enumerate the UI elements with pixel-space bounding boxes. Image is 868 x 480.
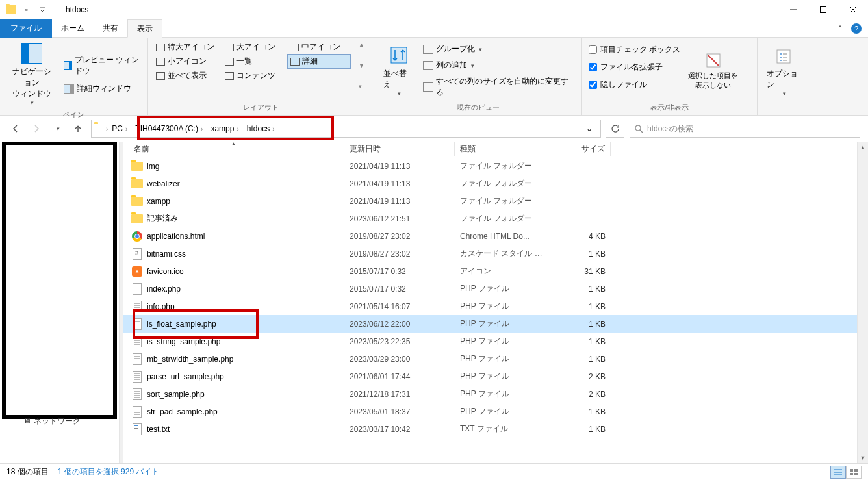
recent-locations-button[interactable]: ▾ xyxy=(49,121,65,136)
file-row[interactable]: sort_sample.php2021/12/18 17:31PHP ファイル2… xyxy=(123,385,857,403)
file-row[interactable]: index.php2015/07/17 0:32PHP ファイル1 KB xyxy=(123,280,857,297)
tab-home[interactable]: ホーム xyxy=(52,19,94,38)
file-row[interactable]: xampp2021/04/19 11:13ファイル フォルダー xyxy=(123,192,857,210)
file-size xyxy=(552,165,611,168)
minimize-button[interactable] xyxy=(778,0,808,19)
scrollbar[interactable]: ▲ ▼ xyxy=(857,142,868,463)
add-columns-button[interactable]: 列の追加▾ xyxy=(420,58,576,72)
preview-pane-button[interactable]: プレビュー ウィンドウ xyxy=(61,53,142,78)
collapse-ribbon-icon[interactable]: ⌃ xyxy=(837,24,843,33)
column-header-date[interactable]: 更新日時 xyxy=(344,142,455,156)
file-size: 1 KB xyxy=(552,406,611,418)
file-name: 記事済み xyxy=(147,213,178,224)
navigation-pane-button[interactable]: ナビゲーション ウィンドウ ▾ xyxy=(5,40,58,108)
layout-medium[interactable]: 中アイコン xyxy=(287,40,351,54)
file-row[interactable]: is_float_sample.php2023/06/12 22:00PHP フ… xyxy=(123,315,857,333)
column-header-type[interactable]: 種類 xyxy=(455,142,552,156)
layout-tiles[interactable]: 並べて表示 xyxy=(153,69,221,82)
file-row[interactable]: is_string_sample.php2023/05/23 22:35PHP … xyxy=(123,333,857,350)
file-type: PHP ファイル xyxy=(455,405,552,418)
close-button[interactable] xyxy=(838,0,868,19)
layout-small[interactable]: 小アイコン xyxy=(153,54,221,69)
thumbnails-view-toggle[interactable] xyxy=(846,466,862,479)
back-button[interactable] xyxy=(8,121,23,136)
layout-scroll-up[interactable]: ▲ xyxy=(359,42,364,48)
tree-item-network[interactable]: 🖥ネットワーク xyxy=(23,416,81,427)
search-input[interactable]: htdocsの検索 xyxy=(630,120,860,138)
file-extensions-toggle[interactable]: ファイル名拡張子 xyxy=(587,60,682,74)
up-button[interactable] xyxy=(70,121,86,136)
details-view-toggle[interactable] xyxy=(830,466,846,479)
maximize-button[interactable] xyxy=(808,0,838,19)
file-type: ファイル フォルダー xyxy=(455,212,552,225)
svg-line-15 xyxy=(640,130,643,133)
tiles-icon xyxy=(156,72,165,80)
file-row[interactable]: test.txt2023/03/17 10:42TXT ファイル1 KB xyxy=(123,420,857,438)
file-type: Chrome HTML Do... xyxy=(455,231,552,242)
file-size: 1 KB xyxy=(552,336,611,347)
file-row[interactable]: applications.html2019/08/27 23:02Chrome … xyxy=(123,227,857,245)
file-name: index.php xyxy=(147,284,181,294)
layout-more-icon[interactable]: ▾ xyxy=(359,83,364,90)
options-button[interactable]: オプション ▾ xyxy=(763,40,804,103)
help-icon[interactable]: ? xyxy=(851,23,862,34)
details-pane-icon xyxy=(64,84,74,94)
file-row[interactable]: bitnami.css2019/08/27 23:02カスケード スタイル シ.… xyxy=(123,245,857,262)
forward-button[interactable] xyxy=(29,121,44,136)
layout-large[interactable]: 大アイコン xyxy=(222,40,286,54)
file-row[interactable]: 記事済み2023/06/12 21:51ファイル フォルダー xyxy=(123,210,857,227)
breadcrumb-htdocs[interactable]: htdocs› xyxy=(243,120,279,137)
file-row[interactable]: img2021/04/19 11:13ファイル フォルダー xyxy=(123,157,857,175)
refresh-button[interactable] xyxy=(606,120,624,138)
layout-scroll-down[interactable]: ▼ xyxy=(359,62,364,69)
tab-file[interactable]: ファイル xyxy=(0,19,52,38)
file-name: is_string_sample.php xyxy=(147,337,220,346)
column-header-size[interactable]: サイズ xyxy=(552,142,611,156)
file-row[interactable]: str_pad_sample.php2023/05/01 18:37PHP ファ… xyxy=(123,403,857,420)
file-row[interactable]: parse_url_sample.php2021/06/01 17:44PHP … xyxy=(123,368,857,385)
tab-share[interactable]: 共有 xyxy=(94,19,127,38)
sort-icon xyxy=(389,45,409,66)
title-bar: ▫ htdocs xyxy=(0,0,868,19)
file-date: 2015/07/17 0:32 xyxy=(344,283,455,295)
details-pane-button[interactable]: 詳細ウィンドウ xyxy=(61,82,142,95)
address-row: ▾ › PC› TIH0447300A (C:)› xampp› htdocs›… xyxy=(0,116,868,142)
svg-rect-21 xyxy=(850,473,853,475)
column-headers: ▲ 名前 更新日時 種類 サイズ xyxy=(123,142,857,157)
breadcrumb-xampp[interactable]: xampp› xyxy=(207,120,242,137)
layout-list[interactable]: 一覧 xyxy=(222,54,286,69)
layout-extra-large[interactable]: 特大アイコン xyxy=(153,40,221,54)
file-size: 1 KB xyxy=(552,318,611,330)
file-name: info.php xyxy=(147,302,175,311)
address-dropdown-icon[interactable]: ⌄ xyxy=(581,124,598,133)
properties-icon[interactable]: ▫ xyxy=(21,4,32,16)
file-row[interactable]: info.php2021/05/14 16:07PHP ファイル1 KB xyxy=(123,297,857,315)
scroll-down-icon[interactable]: ▼ xyxy=(858,452,868,463)
breadcrumb-pc[interactable]: PC› xyxy=(108,120,131,137)
content-icon xyxy=(225,72,234,80)
layout-details[interactable]: 詳細 xyxy=(287,54,351,69)
svg-rect-19 xyxy=(850,469,853,472)
column-header-name[interactable]: ▲ 名前 xyxy=(123,142,344,156)
layout-content[interactable]: コンテンツ xyxy=(222,69,286,82)
window-title: htdocs xyxy=(66,5,88,14)
group-by-button[interactable]: グループ化▾ xyxy=(420,42,576,56)
scroll-up-icon[interactable]: ▲ xyxy=(858,142,868,153)
qat-dropdown-icon[interactable] xyxy=(36,4,48,16)
panes-group-label: ペイン xyxy=(5,108,142,120)
status-bar: 18 個の項目 1 個の項目を選択 929 バイト xyxy=(0,463,868,480)
hide-selected-button[interactable]: 選択した項目を 表示しない xyxy=(684,40,742,101)
breadcrumb-drive[interactable]: TIH0447300A (C:)› xyxy=(131,120,207,137)
tab-view[interactable]: 表示 xyxy=(127,19,162,38)
sort-button[interactable]: 並べ替え ▾ xyxy=(379,40,418,101)
navigation-tree[interactable]: 🖥ネットワーク xyxy=(0,142,120,463)
hidden-items-toggle[interactable]: 隠しファイル xyxy=(587,78,682,92)
size-columns-button[interactable]: すべての列のサイズを自動的に変更する xyxy=(420,75,576,99)
file-row[interactable]: webalizer2021/04/19 11:13ファイル フォルダー xyxy=(123,175,857,192)
options-icon xyxy=(774,47,793,66)
address-bar[interactable]: › PC› TIH0447300A (C:)› xampp› htdocs› ⌄ xyxy=(91,120,601,138)
folder-icon xyxy=(131,213,143,225)
file-row[interactable]: Xfavicon.ico2015/07/17 0:32アイコン31 KB xyxy=(123,262,857,280)
file-row[interactable]: mb_strwidth_sample.php2023/03/29 23:00PH… xyxy=(123,350,857,368)
item-checkboxes-toggle[interactable]: 項目チェック ボックス xyxy=(587,43,682,57)
